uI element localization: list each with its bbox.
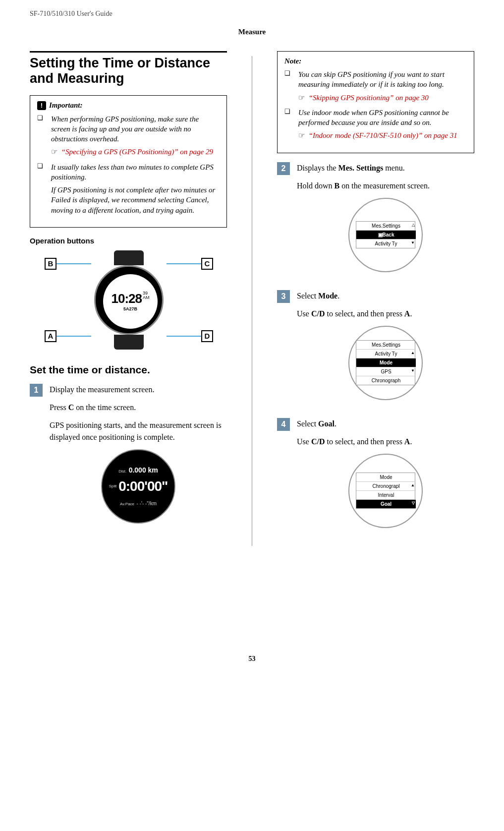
step-4: 4 Select Goal. Use C/D to select, and th… [277,418,474,538]
step-1: 1 Display the measurement screen. Press … [30,384,227,534]
sub-title: Set the time or distance. [30,364,227,376]
important-box: ! Important: ❏ When performing GPS posit… [30,95,227,228]
step-4-lead: Select Goal. [297,418,474,430]
bullet-icon: ❏ [37,162,45,218]
important-text: Important: [49,101,83,110]
note-item-1-text: You can skip GPS positioning if you want… [298,69,467,90]
note-link-1[interactable]: “Skipping GPS positioning” on page 30 [309,94,429,102]
watch-ampm: AM [143,296,150,300]
dist-value: 0.000 km [129,466,158,474]
step-number: 4 [277,418,290,431]
button-label-c: C [201,258,213,270]
left-column: Setting the Time or Distance and Measuri… [30,51,227,546]
important-item-2: It usually takes less than two minutes t… [51,162,220,218]
watch-time: 10:28 [112,291,142,306]
button-line [56,336,91,337]
watch-strap [114,335,144,350]
watch-date: 5A27B [123,306,137,311]
step-3-p2: Use C/D to select, and then press A. [297,308,474,320]
down-arrow-icon: ▼ [411,368,415,374]
watch-diagram: B C A D 10:28 39 AM [45,248,213,352]
down-arrow-icon: ▽ [412,500,415,506]
watch-strap [114,250,144,265]
note-label: Note: [284,57,301,65]
step-1-p3: GPS positioning starts, and the measurem… [50,419,227,443]
note-link-2[interactable]: “Indoor mode (SF-710/SF-510 only)” on pa… [309,131,457,139]
pointer-icon: ☞ [298,131,305,139]
up-arrow-icon: ▲ [411,482,415,488]
screen-title: Mes.Settings [356,341,416,349]
step-1-lead: Display the measurement screen. [50,384,227,396]
step-number: 2 [277,162,290,175]
header-product: SF-710/510/310 User's Guide [30,10,474,22]
step-number: 1 [30,384,43,397]
note-item-2: Use indoor mode when GPS positioning can… [298,108,467,144]
important-item-2-followup: If GPS positioning is not complete after… [51,185,220,215]
pointer-icon: ☞ [51,147,57,156]
watch-screen: 10:28 39 AM 5A27B [103,274,158,329]
screen-highlight: Goal▽ [356,499,416,508]
column-divider [252,56,252,546]
screen-row: Chronograph [356,376,416,385]
step-4-p2: Use C/D to select, and then press A. [297,436,474,448]
screen-highlight: Mode [356,358,416,367]
button-line [167,336,201,337]
important-icon: ! [37,101,46,110]
pace-label: Av.Pace [120,502,134,506]
step-1-p2: Press C on the time screen. [50,402,227,414]
watch-body: 10:28 39 AM 5A27B [89,253,168,347]
down-arrow-icon: ▼ [411,240,415,246]
mes-settings-screen: Mes.Settings△ ▣Back Activity Ty▼ [348,198,423,272]
screen-row: Activity Ty▼ [356,239,416,248]
screen-title: Mes.Settings△ [356,222,416,230]
step-2: 2 Displays the Mes. Settings menu. Hold … [277,162,474,282]
step-2-p2: Hold down B on the measurement screen. [297,180,474,192]
operation-buttons-label: Operation buttons [30,237,227,245]
note-box: Note: ❏ You can skip GPS positioning if … [277,51,474,153]
dist-label: Dist. [118,469,126,474]
right-column: Note: ❏ You can skip GPS positioning if … [277,51,474,546]
bullet-icon: ❏ [284,108,292,144]
step-3-lead: Select Mode. [297,290,474,302]
up-arrow-icon: △ [412,222,415,228]
screen-row: Activity Ty▲ [356,349,416,358]
step-number: 3 [277,290,290,303]
step-2-lead: Displays the Mes. Settings menu. [297,162,474,174]
note-item-1: You can skip GPS positioning if you want… [298,69,467,106]
main-title: Setting the Time or Distance and Measuri… [30,51,227,86]
important-label: ! Important: [37,101,83,110]
important-item-1: When performing GPS positioning, make su… [51,114,220,160]
important-item-1-text: When performing GPS positioning, make su… [51,114,220,144]
page-number: 53 [30,655,474,663]
screen-row: GPS▼ [356,367,416,376]
screen-row: Chronograpl▲ [356,481,416,490]
split-label: Split [109,483,117,489]
screen-title: Mode [356,473,416,481]
button-label-a: A [45,330,56,342]
button-line [56,263,91,264]
important-link-1[interactable]: “Specifying a GPS (GPS Positioning)” on … [61,148,213,156]
bullet-icon: ❏ [37,114,45,160]
watch-face: 10:28 39 AM 5A27B [94,265,164,335]
screen-row: Interval [356,490,416,499]
screen-highlight: ▣Back [356,230,416,239]
button-label-b: B [45,258,56,270]
up-arrow-icon: ▲ [411,350,415,356]
bullet-icon: ❏ [284,69,292,106]
note-item-2-text: Use indoor mode when GPS positioning can… [298,108,467,128]
mode-select-screen: Mes.Settings Activity Ty▲ Mode GPS▼ Chro… [348,326,423,400]
time-value: 0:00'00" [118,476,168,497]
pointer-icon: ☞ [298,93,305,102]
button-line [167,263,201,264]
important-item-2-text: It usually takes less than two minutes t… [51,162,220,182]
section-header: Measure [30,22,474,51]
button-label-d: D [201,330,213,342]
measurement-screen: Dist. 0.000 km Split 0:00'00" Av.Pace - … [101,449,175,524]
step-3: 3 Select Mode. Use C/D to select, and th… [277,290,474,410]
pace-value: - -'- -"/km [137,501,157,506]
goal-select-screen: Mode Chronograpl▲ Interval Goal▽ [348,454,423,528]
